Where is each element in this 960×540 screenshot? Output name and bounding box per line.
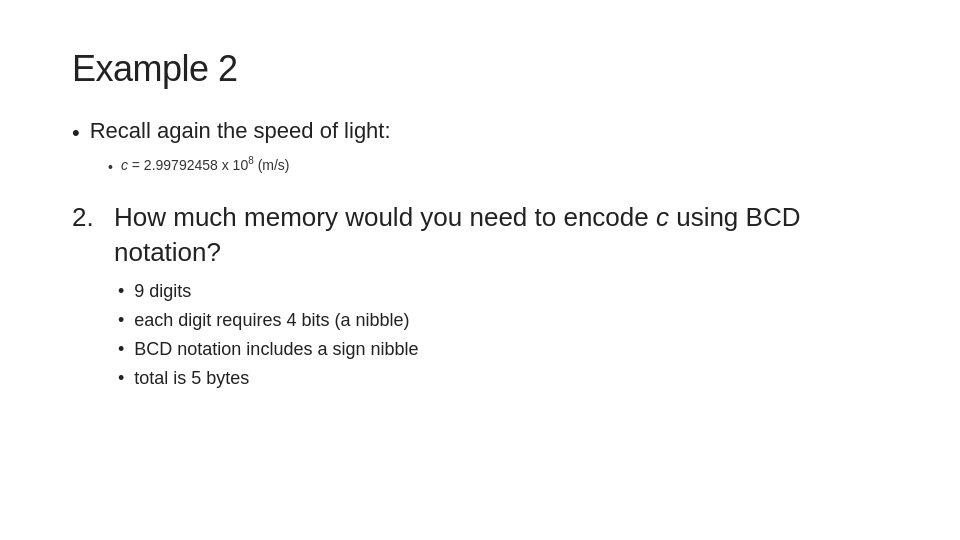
sub-bullet-text-2: each digit requires 4 bits (a nibble) [134, 307, 409, 334]
c-variable: c [121, 157, 128, 173]
sub-bullet-text-4: total is 5 bytes [134, 365, 249, 392]
slide-title: Example 2 [72, 48, 888, 90]
bullet-level2-speed: • c = 2.99792458 x 108 (m/s) [108, 157, 888, 178]
sub-bullet-dot-1: • [118, 278, 124, 305]
sub-bullet-dot-3: • [118, 336, 124, 363]
sub-bullet-text-1: 9 digits [134, 278, 191, 305]
sub-bullet-9digits: • 9 digits [118, 278, 888, 305]
sub-bullet-sign-nibble: • BCD notation includes a sign nibble [118, 336, 888, 363]
slide: Example 2 • Recall again the speed of li… [0, 0, 960, 540]
bullet-text-recall: Recall again the speed of light: [90, 118, 391, 144]
section2-title: How much memory would you need to encode… [114, 200, 888, 270]
sub-bullet-text-3: BCD notation includes a sign nibble [134, 336, 418, 363]
speed-equals: = 2.99792458 x 10 [132, 157, 248, 173]
speed-of-light-value: c = 2.99792458 x 108 (m/s) [121, 157, 290, 173]
numbered-content: How much memory would you need to encode… [114, 200, 888, 392]
sub-bullets-list: • 9 digits • each digit requires 4 bits … [118, 278, 888, 392]
section-number: 2. [72, 200, 100, 235]
bullet-dot-sub: • [108, 157, 113, 178]
sub-bullet-total-bytes: • total is 5 bytes [118, 365, 888, 392]
sub-bullet-dot-4: • [118, 365, 124, 392]
title-prefix: How much memory would you need to encode [114, 202, 656, 232]
bullet-dot-1: • [72, 118, 80, 149]
bullet-level1-recall: • Recall again the speed of light: [72, 118, 888, 149]
sub-bullet-4bits: • each digit requires 4 bits (a nibble) [118, 307, 888, 334]
section-1: • Recall again the speed of light: • c =… [72, 118, 888, 180]
section-2: 2. How much memory would you need to enc… [72, 200, 888, 392]
title-italic: c [656, 202, 669, 232]
speed-units: (m/s) [254, 157, 290, 173]
sub-bullet-dot-2: • [118, 307, 124, 334]
